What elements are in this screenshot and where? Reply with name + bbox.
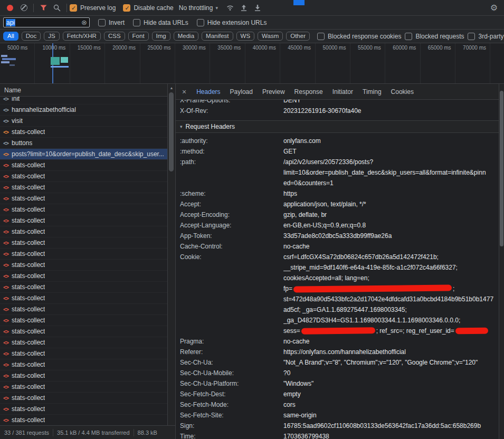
type-filter-ws[interactable]: WS [236,32,255,41]
request-row[interactable]: <>stats-collect [0,415,167,425]
tab-response[interactable]: Response [290,88,328,96]
throttling-select[interactable]: No throttling ▾ [179,4,218,12]
request-row[interactable]: <>init [0,97,167,104]
type-filter-img[interactable]: Img [152,32,170,41]
type-filter-fetch-xhr[interactable]: Fetch/XHR [63,32,101,41]
search-button[interactable] [50,2,64,14]
tab-headers[interactable]: Headers [192,88,225,96]
third-party-requests-checkbox[interactable]: 3rd-party requests [468,33,504,40]
script-icon: <> [3,417,8,423]
request-row[interactable]: <>stats-collect [0,215,167,226]
request-row[interactable]: <>stats-collect [0,293,167,304]
settings-button[interactable]: ⚙ [487,2,501,14]
header-value-line: en-GB,en-US;q=0.9,en;q=0.8 [283,220,499,231]
disable-cache-checkbox[interactable]: Disable cache [123,4,173,12]
request-row[interactable]: <>stats-collect [0,337,167,348]
header-value-text: csrf=LdfcGX4Sa72db06824c657db26a5d142472… [283,253,439,261]
request-row[interactable]: <>stats-collect [0,182,167,193]
header-value-line: sess=; ref_src=; reg_ref_user_id= [283,326,499,336]
blocked-requests-checkbox[interactable]: Blocked requests [405,33,464,40]
request-row[interactable]: <>stats-collect [0,404,167,415]
request-row[interactable]: <>stats-collect [0,315,167,326]
type-filter-wasm[interactable]: Wasm [258,32,283,41]
tab-preview[interactable]: Preview [258,88,290,96]
request-row[interactable]: <>hannahelizabethofficial [0,104,167,116]
request-row[interactable]: <>stats-collect [0,260,167,271]
type-filter-all[interactable]: All [3,32,18,41]
header-value: no-cache [279,241,499,252]
import-har-button[interactable] [237,2,251,14]
network-conditions-button[interactable] [223,2,237,14]
script-icon: <> [3,318,8,323]
header-row: :path:/api2/v2/users/20572336/posts?limi… [176,157,499,188]
tab-initiator[interactable]: Initiator [328,88,358,96]
type-filter-css[interactable]: CSS [104,32,125,41]
request-headers-section-header[interactable]: ▾ Request Headers [176,120,499,133]
type-filter-other[interactable]: Other [286,32,310,41]
tab-cookies[interactable]: Cookies [386,88,419,96]
request-row[interactable]: <>posts?limit=10&order=publish_date_desc… [0,149,167,160]
type-filter-manifest[interactable]: Manifest [202,32,233,41]
request-row[interactable]: <>stats-collect [0,193,167,204]
request-row[interactable]: <>stats-collect [0,359,167,370]
request-name: stats-collect [12,250,45,257]
invert-checkbox[interactable]: Invert [98,19,125,26]
request-name: stats-collect [12,383,45,390]
request-row[interactable]: <>stats-collect [0,160,167,171]
request-row[interactable]: <>stats-collect [0,204,167,215]
checkbox-checked-icon [123,4,130,12]
clear-filter-icon[interactable]: ⊗ [81,19,87,26]
type-filter-js[interactable]: JS [44,32,59,41]
request-row[interactable]: <>stats-collect [0,348,167,359]
header-row: Accept-Language:en-GB,en-US;q=0.9,en;q=0… [176,220,499,231]
request-row[interactable]: <>stats-collect [0,393,167,404]
header-value: 33d57ade8c02dbc5a333db99ff9ae26a [279,231,499,241]
clear-button[interactable] [17,2,31,14]
export-har-button[interactable] [251,2,264,14]
type-filter-font[interactable]: Font [128,32,149,41]
request-row[interactable]: <>stats-collect [0,249,167,260]
request-row[interactable]: <>buttons [0,138,167,149]
tab-payload[interactable]: Payload [225,88,258,96]
timeline-overview[interactable]: 5000 ms10000 ms15000 ms20000 ms25000 ms3… [0,43,504,84]
scrollbar-up-arrow-icon[interactable]: ▲ [170,86,174,90]
header-value-text: "Windows" [283,380,313,387]
request-row[interactable]: <>stats-collect [0,237,167,249]
preserve-log-checkbox[interactable]: Preserve log [70,4,116,12]
request-row[interactable]: <>stats-collect [0,304,167,315]
blocked-response-cookies-checkbox[interactable]: Blocked response cookies [317,33,401,40]
header-name: Sec-Fetch-Mode: [176,399,279,410]
request-row[interactable]: <>stats-collect [0,171,167,182]
timeline-tick: 45000 ms [280,43,315,83]
list-scrollbar-thumb[interactable] [169,92,174,171]
tab-timing[interactable]: Timing [358,88,386,96]
detail-scrollbar[interactable] [499,84,504,439]
close-detail-icon[interactable]: × [176,88,192,96]
record-button[interactable] [3,2,17,14]
request-row[interactable]: <>stats-collect [0,282,167,293]
hide-extension-urls-checkbox[interactable]: Hide extension URLs [197,19,267,26]
name-column-header[interactable]: Name [0,84,167,97]
header-value: cors [279,399,499,410]
request-row[interactable]: <>visit [0,116,167,127]
request-row[interactable]: <>stats-collect [0,370,167,381]
header-name: Time: [176,431,279,439]
request-row[interactable]: <>stats-collect [0,226,167,237]
request-row[interactable]: <>stats-collect [0,127,167,138]
script-icon: <> [3,129,8,135]
list-scrollbar[interactable]: ▲ [168,84,175,425]
checkbox-checked-icon [70,4,77,12]
network-filter-input[interactable]: api ⊗ [3,17,90,27]
timeline-tick: 35000 ms [210,43,245,83]
type-filter-doc[interactable]: Doc [22,32,41,41]
request-row[interactable]: <>stats-collect [0,326,167,337]
request-row[interactable]: <>stats-collect [0,271,167,282]
hide-data-urls-checkbox[interactable]: Hide data URLs [133,19,188,26]
filter-toggle-button[interactable] [36,2,50,14]
request-list-column: Name <>init<>hannahelizabethofficial<>vi… [0,84,168,425]
detail-scrollbar-thumb[interactable] [500,91,503,246]
header-value: https [279,188,499,199]
header-value-line: _ga_D4827DS3H4=GS1.1.1698003344.1.1.1698… [283,315,499,326]
request-row[interactable]: <>stats-collect [0,381,167,393]
type-filter-media[interactable]: Media [174,32,198,41]
